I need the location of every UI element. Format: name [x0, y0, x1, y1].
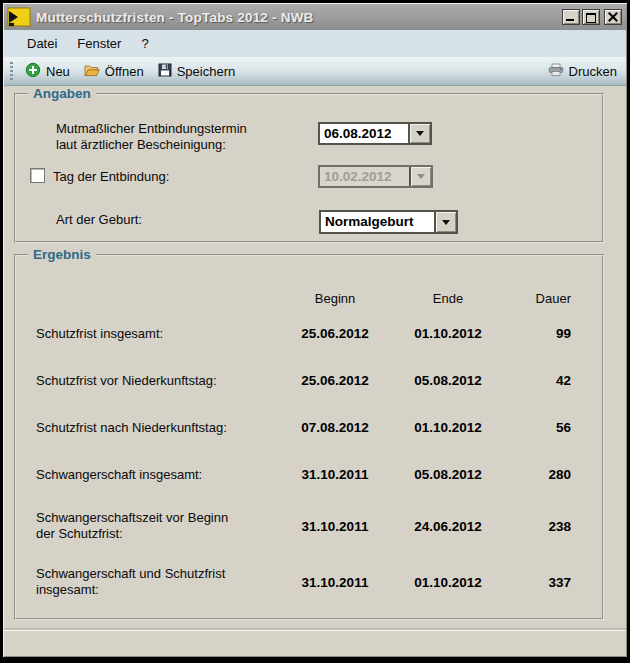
due-date-value: 06.08.2012	[320, 124, 408, 143]
row-beginn: 25.06.2012	[270, 373, 400, 388]
window-controls	[562, 9, 626, 25]
birth-day-checkbox[interactable]	[30, 168, 45, 183]
column-header-ende: Ende	[400, 291, 496, 306]
chevron-down-icon	[417, 174, 425, 179]
app-icon	[7, 7, 31, 27]
row-ende: 24.06.2012	[400, 519, 496, 534]
save-button-label: Speichern	[177, 64, 236, 79]
table-row: Schutzfrist nach Niederkunftstag: 07.08.…	[36, 404, 573, 451]
column-header-dauer: Dauer	[496, 291, 573, 306]
titlebar[interactable]: Mutterschutzfristen - TopTabs 2012 - NWB	[4, 4, 626, 30]
menu-item-fenster[interactable]: Fenster	[67, 33, 131, 54]
ergebnis-table: Beginn Ende Dauer Schutzfrist insgesamt:…	[36, 286, 573, 610]
window-title: Mutterschutzfristen - TopTabs 2012 - NWB	[36, 10, 314, 25]
table-row: Schutzfrist insgesamt: 25.06.2012 01.10.…	[36, 310, 573, 357]
toolbar-gripper[interactable]	[10, 62, 13, 80]
row-ende: 01.10.2012	[400, 420, 496, 435]
open-button-label: Öffnen	[105, 64, 144, 79]
status-bar	[4, 630, 626, 656]
row-dauer: 337	[496, 575, 573, 590]
ergebnis-group-title: Ergebnis	[28, 247, 96, 263]
save-floppy-icon	[158, 63, 172, 80]
due-date-combobox[interactable]: 06.08.2012	[318, 122, 432, 145]
birth-day-label: Tag der Entbindung:	[53, 169, 169, 185]
row-label: Schwangerschaftszeit vor Beginn der Schu…	[36, 510, 246, 542]
close-button[interactable]	[604, 9, 622, 25]
angaben-group-title: Angaben	[28, 86, 96, 102]
row-beginn: 31.10.2011	[270, 575, 400, 590]
table-row: Schwangerschaft insgesamt: 31.10.2011 05…	[36, 451, 573, 498]
table-row: Schwangerschaft und Schutzfrist insgesam…	[36, 554, 573, 610]
toolbar: Neu Öffnen Speichern	[4, 57, 626, 86]
column-header-beginn: Beginn	[270, 291, 400, 306]
chevron-down-icon	[442, 220, 450, 225]
birth-type-value: Normalgeburt	[321, 212, 434, 232]
row-beginn: 31.10.2011	[270, 519, 400, 534]
row-dauer: 99	[496, 326, 573, 341]
print-button-label: Drucken	[569, 64, 617, 79]
row-beginn: 25.06.2012	[270, 326, 400, 341]
new-button[interactable]: Neu	[18, 59, 77, 84]
table-row: Schutzfrist vor Niederkunftstag: 25.06.2…	[36, 357, 573, 404]
birth-day-value: 10.02.2012	[320, 167, 409, 186]
maximize-icon	[586, 13, 596, 23]
row-dauer: 42	[496, 373, 573, 388]
new-button-label: Neu	[46, 64, 70, 79]
chevron-down-icon	[416, 131, 424, 136]
angaben-groupbox: Angaben Mutmaßlicher Entbindungstermin l…	[14, 93, 604, 243]
table-row: Schwangerschaftszeit vor Beginn der Schu…	[36, 498, 573, 554]
close-icon	[608, 12, 618, 22]
birth-type-combobox[interactable]: Normalgeburt	[319, 210, 458, 234]
print-button[interactable]: Drucken	[541, 60, 624, 83]
minimize-icon	[566, 19, 574, 21]
minimize-button[interactable]	[562, 9, 580, 25]
open-button[interactable]: Öffnen	[77, 60, 151, 83]
row-label: Schwangerschaft insgesamt:	[36, 467, 246, 483]
open-folder-icon	[84, 63, 100, 80]
menu-item-help[interactable]: ?	[131, 33, 158, 54]
ergebnis-groupbox: Ergebnis Beginn Ende Dauer Schutzfrist i…	[14, 254, 604, 620]
save-button[interactable]: Speichern	[151, 60, 243, 83]
birth-day-combobox: 10.02.2012	[318, 165, 433, 188]
birth-type-label: Art der Geburt:	[56, 212, 142, 228]
row-label: Schwangerschaft und Schutzfrist insgesam…	[36, 566, 246, 598]
row-dauer: 238	[496, 519, 573, 534]
birth-type-dropdown-button[interactable]	[434, 212, 456, 232]
printer-icon	[548, 63, 564, 80]
menu-item-datei[interactable]: Datei	[17, 33, 67, 54]
row-label: Schutzfrist nach Niederkunftstag:	[36, 420, 246, 436]
row-ende: 01.10.2012	[400, 575, 496, 590]
birth-day-dropdown-button	[409, 167, 431, 186]
maximize-button[interactable]	[582, 9, 600, 25]
row-ende: 01.10.2012	[400, 326, 496, 341]
row-beginn: 07.08.2012	[270, 420, 400, 435]
due-date-label: Mutmaßlicher Entbindungstermin laut ärzt…	[56, 121, 266, 153]
new-icon	[25, 62, 41, 81]
table-header-row: Beginn Ende Dauer	[36, 286, 573, 310]
menubar: Datei Fenster ?	[4, 30, 626, 57]
row-label: Schutzfrist vor Niederkunftstag:	[36, 373, 246, 389]
due-date-dropdown-button[interactable]	[408, 124, 430, 143]
row-beginn: 31.10.2011	[270, 467, 400, 482]
row-dauer: 280	[496, 467, 573, 482]
row-dauer: 56	[496, 420, 573, 435]
app-window: Mutterschutzfristen - TopTabs 2012 - NWB…	[3, 3, 627, 657]
row-ende: 05.08.2012	[400, 373, 496, 388]
row-ende: 05.08.2012	[400, 467, 496, 482]
row-label: Schutzfrist insgesamt:	[36, 326, 246, 342]
